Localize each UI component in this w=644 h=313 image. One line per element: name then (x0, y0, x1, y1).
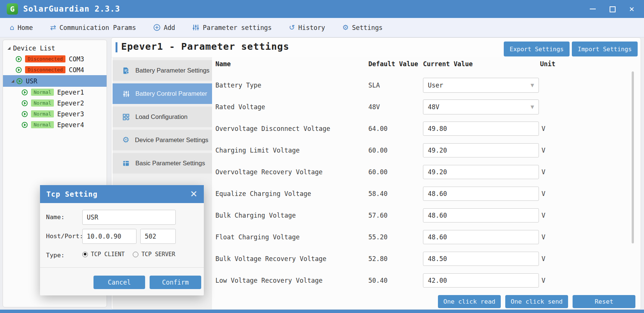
tree-item-epever4[interactable]: Normal Epever4 (3, 119, 107, 130)
expand-triangle-icon[interactable] (7, 47, 10, 50)
nav-item-home[interactable]: ⌂ Home (10, 24, 33, 31)
play-icon[interactable] (22, 89, 28, 95)
status-badge-disconnected: Disconnected (25, 66, 65, 73)
history-clock-icon: ↺ (289, 24, 295, 31)
one-click-read-button[interactable]: One click read (438, 295, 501, 308)
radio-label: TCP CLIENT (91, 251, 125, 258)
param-name: Bulk Charging Voltage (215, 212, 296, 219)
radio-unselected-icon[interactable] (133, 252, 138, 257)
cancel-button[interactable]: Cancel (93, 276, 145, 289)
minimize-icon[interactable] (589, 6, 596, 12)
param-value-input[interactable] (423, 208, 539, 223)
nav-label: Add (164, 24, 175, 31)
table-scrollbar[interactable] (632, 71, 634, 243)
play-icon[interactable] (22, 100, 28, 106)
tree-item-com3[interactable]: Disconnected COM3 (3, 53, 107, 64)
parameter-table: Name Default Value Current Value Unit Ba… (212, 57, 641, 309)
window-controls: ✕ (589, 6, 635, 12)
tcp-client-radio[interactable]: TCP CLIENT (82, 251, 125, 258)
window-bottom-border (0, 310, 644, 313)
grid-squares-icon (122, 113, 130, 121)
close-icon[interactable]: ✕ (628, 6, 635, 12)
title-bar: G SolarGuardian 2.3.3 ✕ (0, 0, 644, 18)
nav-item-settings[interactable]: ⚙ Settings (342, 24, 383, 31)
param-value-input[interactable] (423, 252, 539, 266)
tab-battery-control-parameter[interactable]: Battery Control Parameter (113, 83, 212, 104)
play-icon[interactable] (16, 56, 22, 62)
nav-item-history[interactable]: ↺ History (289, 24, 325, 31)
param-default: 52.80 (368, 255, 387, 263)
one-click-send-button[interactable]: One click send (505, 295, 568, 308)
tab-label: Battery Control Parameter (135, 90, 207, 97)
device-label: COM3 (69, 55, 84, 63)
dropdown-value: User (428, 82, 443, 89)
param-value-input[interactable] (423, 143, 539, 157)
dialog-title: Tcp Setting (46, 190, 98, 198)
nav-item-add[interactable]: Add (153, 24, 175, 31)
export-settings-button[interactable]: Export Settings (504, 42, 570, 56)
device-label: COM4 (69, 66, 84, 74)
import-settings-button[interactable]: Import Settings (572, 42, 638, 56)
tab-battery-parameter-settings[interactable]: Battery Parameter Settings (113, 60, 212, 81)
play-icon[interactable] (22, 111, 28, 117)
tree-item-epever1[interactable]: Normal Epever1 (3, 87, 107, 98)
param-value-input[interactable] (423, 122, 539, 136)
confirm-button[interactable]: Confirm (150, 276, 201, 289)
param-name: Float Charging Voltage (215, 233, 300, 241)
play-icon[interactable] (22, 122, 28, 128)
port-field[interactable] (140, 229, 176, 244)
param-name: Low Voltage Recovery Voltage (215, 277, 323, 284)
tree-item-epever3[interactable]: Normal Epever3 (3, 108, 107, 119)
tcp-setting-dialog: Tcp Setting ✕ Name: Host/Port: Type: TCP… (40, 185, 204, 295)
title-accent-bar (116, 42, 117, 52)
param-value-input[interactable] (423, 273, 539, 288)
param-value-input[interactable] (423, 165, 539, 179)
param-name: Overvoltage Disconnect Voltage (215, 125, 330, 132)
param-default: 60.00 (368, 168, 387, 176)
sliders-icon (122, 90, 130, 98)
param-value-input[interactable] (423, 187, 539, 201)
tab-label: Device Parameter Settings (135, 136, 208, 144)
nav-item-parameter-settings[interactable]: Parameter settings (192, 24, 272, 31)
play-icon[interactable] (16, 67, 22, 73)
tree-item-com4[interactable]: Disconnected COM4 (3, 64, 107, 75)
dialog-header[interactable]: Tcp Setting ✕ (40, 185, 204, 203)
status-badge-normal: Normal (31, 89, 54, 96)
device-label: Epever4 (57, 121, 84, 129)
tree-item-epever2[interactable]: Normal Epever2 (3, 98, 107, 108)
col-header-name: Name (215, 60, 231, 68)
name-field[interactable] (82, 210, 176, 225)
maximize-icon[interactable] (609, 6, 616, 12)
close-icon[interactable]: ✕ (190, 190, 197, 199)
tab-basic-parameter-settings[interactable]: Basic Parameter Settings (113, 153, 212, 174)
col-header-unit: Unit (540, 60, 555, 68)
host-field[interactable] (82, 229, 137, 244)
play-icon[interactable] (16, 78, 22, 84)
param-default: 64.00 (368, 125, 387, 132)
tcp-server-radio[interactable]: TCP SERVER (133, 251, 175, 258)
tab-load-configuration[interactable]: Load Configuration (113, 107, 212, 127)
tab-device-parameter-settings[interactable]: ⚙ Device Parameter Settings (113, 130, 212, 150)
expand-triangle-icon[interactable] (11, 80, 14, 83)
param-unit: V (542, 212, 545, 219)
param-default: SLA (368, 82, 380, 89)
device-label: USR (26, 77, 37, 85)
page-title: Epever1 - Parameter settings (121, 41, 289, 52)
circle-plus-icon (153, 24, 160, 31)
rated-voltage-dropdown[interactable]: 48V ▼ (423, 99, 539, 114)
param-unit: V (542, 125, 545, 132)
device-list-root[interactable]: Device List (3, 43, 107, 53)
nav-item-communication-params[interactable]: ⇄ Communication Params (50, 24, 136, 31)
table-row: Overvoltage Recovery Voltage 60.00 V (212, 161, 641, 183)
table-actions: One click read One click send Reset (438, 295, 635, 308)
tree-item-usr-selected[interactable]: USR (3, 75, 107, 87)
reset-button[interactable]: Reset (573, 295, 635, 308)
status-badge-normal: Normal (31, 121, 54, 128)
radio-selected-icon[interactable] (82, 252, 88, 257)
battery-type-dropdown[interactable]: User ▼ (423, 78, 539, 93)
status-badge-normal: Normal (31, 110, 54, 117)
name-label: Name: (46, 214, 65, 221)
param-value-input[interactable] (423, 230, 539, 244)
param-default: 48V (368, 103, 380, 111)
param-unit: V (542, 255, 545, 263)
